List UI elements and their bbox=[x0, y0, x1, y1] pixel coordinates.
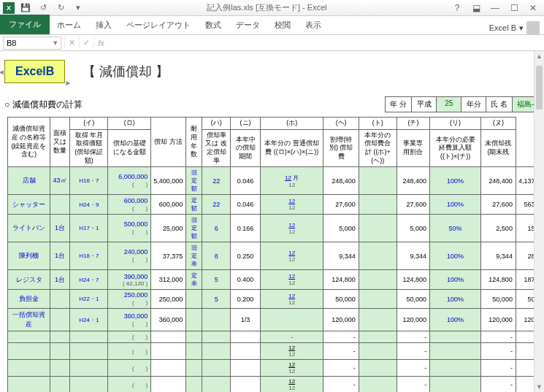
period-cell[interactable] bbox=[260, 309, 323, 331]
method-cell[interactable]: 定額 bbox=[186, 195, 202, 215]
table-row[interactable]: ライトバン 1台 H17・1 500,000( ) 25,000 旧定額 6 0… bbox=[8, 215, 544, 242]
vertical-scrollbar[interactable]: ▲ ▼ bbox=[534, 51, 544, 392]
cancel-icon[interactable]: ✕ bbox=[64, 36, 79, 50]
asset-name-cell[interactable]: 陳列棚 bbox=[8, 242, 50, 270]
cost-cell[interactable]: 600,000( ) bbox=[108, 195, 151, 215]
table-row[interactable]: ( )1212--- bbox=[8, 377, 544, 392]
minimize-button[interactable]: ― bbox=[487, 1, 503, 15]
method-cell[interactable] bbox=[186, 290, 202, 309]
biz-cell[interactable]: 100% bbox=[430, 309, 481, 331]
cost-cell[interactable]: 240,000( ) bbox=[108, 242, 151, 270]
period-cell[interactable]: 1212 bbox=[260, 195, 323, 215]
area-cell[interactable] bbox=[50, 309, 70, 331]
biz-cell[interactable]: 100% bbox=[430, 290, 481, 309]
close-button[interactable]: ✕ bbox=[525, 1, 541, 15]
ribbon-collapse-button[interactable]: ⬓ bbox=[468, 1, 484, 15]
table-row[interactable]: 負担金 H22・1 250,000( ) 250,000 5 0.200 121… bbox=[8, 290, 544, 309]
asset-name-cell[interactable]: 店舗 bbox=[8, 167, 50, 195]
inc-cell[interactable] bbox=[359, 167, 396, 195]
years-cell[interactable]: 8 bbox=[202, 242, 231, 270]
years-cell[interactable]: 22 bbox=[202, 195, 231, 215]
tab-review[interactable]: 校閲 bbox=[267, 16, 298, 34]
biz-cell[interactable]: 100% bbox=[430, 195, 481, 215]
table-row[interactable]: ( )---- bbox=[8, 331, 544, 343]
fx-button[interactable]: fx bbox=[93, 36, 108, 50]
period-cell[interactable]: 1212 bbox=[260, 270, 323, 290]
inc-cell[interactable] bbox=[359, 309, 396, 331]
cost-cell[interactable]: 360,000( ) bbox=[108, 309, 151, 331]
user-account[interactable]: Excel B ▾ bbox=[489, 21, 544, 34]
scroll-up-icon[interactable]: ▲ bbox=[535, 51, 544, 61]
tab-insert[interactable]: 挿入 bbox=[88, 16, 119, 34]
method-cell[interactable]: 旧定額 bbox=[186, 215, 202, 242]
name-box[interactable]: B8▾ bbox=[3, 36, 61, 50]
qa-more-button[interactable]: ▾ bbox=[72, 1, 85, 15]
table-row[interactable]: ( )1212--- bbox=[8, 343, 544, 360]
undo-button[interactable]: ↺ bbox=[37, 1, 50, 15]
asset-name-cell[interactable]: シャッター bbox=[8, 195, 50, 215]
redo-button[interactable]: ↻ bbox=[54, 1, 67, 15]
ym-cell[interactable]: H24・1 bbox=[70, 309, 108, 331]
years-cell[interactable]: 22 bbox=[202, 167, 231, 195]
maximize-button[interactable]: ☐ bbox=[506, 1, 522, 15]
period-cell[interactable]: 1212 bbox=[260, 215, 323, 242]
tab-formulas[interactable]: 数式 bbox=[198, 16, 229, 34]
area-cell[interactable]: 1台 bbox=[50, 215, 70, 242]
tab-data[interactable]: データ bbox=[229, 16, 267, 34]
ym-cell[interactable]: H24・7 bbox=[70, 270, 108, 290]
biz-cell[interactable]: 100% bbox=[430, 270, 481, 290]
save-icon[interactable]: 💾 bbox=[19, 1, 32, 15]
area-cell[interactable]: 1台 bbox=[50, 270, 70, 290]
worksheet[interactable]: ExcelB 【 減価償却 】 ○ 減価償却費の計算 年 分 平成 25 年分 … bbox=[0, 51, 544, 392]
period-cell[interactable]: 1212 bbox=[260, 242, 323, 270]
area-cell[interactable] bbox=[50, 195, 70, 215]
years-cell[interactable]: 5 bbox=[202, 290, 231, 309]
formula-input[interactable] bbox=[108, 36, 544, 50]
table-row[interactable]: ( )1212--- bbox=[8, 360, 544, 377]
method-cell[interactable] bbox=[186, 309, 202, 331]
tab-pagelayout[interactable]: ページレイアウト bbox=[119, 16, 198, 34]
cost-cell[interactable]: 6,000,000( ) bbox=[108, 167, 151, 195]
biz-cell[interactable]: 50% bbox=[430, 215, 481, 242]
cost-cell[interactable]: 390,000( 42,120 ) bbox=[108, 270, 151, 290]
table-row[interactable]: シャッター H24・9 600,000( ) 600,000 定額 22 0.0… bbox=[8, 195, 544, 215]
meta-cell[interactable]: 25 bbox=[436, 97, 461, 112]
method-cell[interactable]: 定率 bbox=[186, 270, 202, 290]
tab-file[interactable]: ファイル bbox=[0, 15, 50, 34]
inc-cell[interactable] bbox=[359, 242, 396, 270]
ym-cell[interactable]: H17・1 bbox=[70, 215, 108, 242]
area-cell[interactable]: 43㎡ bbox=[50, 167, 70, 195]
table-row[interactable]: レジスタ 1台 H24・7 390,000( 42,120 ) 312,000 … bbox=[8, 270, 544, 290]
cost-cell[interactable]: 500,000( ) bbox=[108, 215, 151, 242]
ym-cell[interactable]: H18・7 bbox=[70, 167, 108, 195]
ym-cell[interactable]: H24・9 bbox=[70, 195, 108, 215]
scroll-down-icon[interactable]: ▼ bbox=[535, 382, 544, 392]
table-row[interactable]: 店舗 43㎡ H18・7 6,000,000( ) 5,400,000 旧定額 … bbox=[8, 167, 544, 195]
inc-cell[interactable] bbox=[359, 270, 396, 290]
inc-cell[interactable] bbox=[359, 290, 396, 309]
years-cell[interactable]: 6 bbox=[202, 215, 231, 242]
ym-cell[interactable]: H22・1 bbox=[70, 290, 108, 309]
help-button[interactable]: ? bbox=[449, 1, 465, 15]
tab-home[interactable]: ホーム bbox=[50, 16, 88, 34]
table-row[interactable]: 一括償却資産 H24・1 360,000( ) 360,000 1/3 120,… bbox=[8, 309, 544, 331]
asset-name-cell[interactable]: レジスタ bbox=[8, 270, 50, 290]
cost-cell[interactable]: 250,000( ) bbox=[108, 290, 151, 309]
years-cell[interactable]: 5 bbox=[202, 270, 231, 290]
period-cell[interactable]: 12 月12 bbox=[260, 167, 323, 195]
inc-cell[interactable] bbox=[359, 195, 396, 215]
asset-name-cell[interactable]: ライトバン bbox=[8, 215, 50, 242]
biz-cell[interactable]: 100% bbox=[430, 242, 481, 270]
method-cell[interactable]: 旧定額 bbox=[186, 167, 202, 195]
table-row[interactable]: 陳列棚 1台 H18・7 240,000( ) 37,375 旧定率 8 0.2… bbox=[8, 242, 544, 270]
area-cell[interactable] bbox=[50, 290, 70, 309]
area-cell[interactable]: 1台 bbox=[50, 242, 70, 270]
years-cell[interactable] bbox=[202, 309, 231, 331]
inc-cell[interactable] bbox=[359, 215, 396, 242]
period-cell[interactable]: 1212 bbox=[260, 290, 323, 309]
confirm-icon[interactable]: ✓ bbox=[79, 36, 93, 50]
asset-name-cell[interactable]: 一括償却資産 bbox=[8, 309, 50, 331]
method-cell[interactable]: 旧定率 bbox=[186, 242, 202, 270]
ym-cell[interactable]: H18・7 bbox=[70, 242, 108, 270]
tab-view[interactable]: 表示 bbox=[298, 16, 329, 34]
